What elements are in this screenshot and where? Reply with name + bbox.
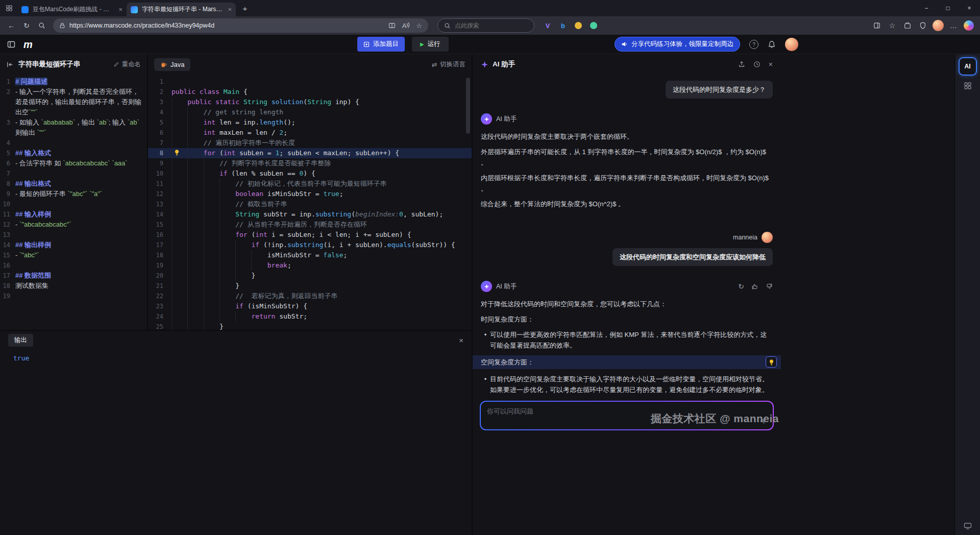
promo-banner[interactable]: 分享代码练习体验，领限量定制周边	[615, 37, 740, 52]
refresh-button[interactable]: ↻	[19, 18, 34, 33]
switch-language-button[interactable]: ⇄ 切换语言	[432, 60, 465, 69]
code-line: 16for (int i = subLen; i < len; i += sub…	[148, 230, 472, 240]
browser-essentials-icon[interactable]	[916, 18, 930, 33]
problem-line: 1# 问题描述	[0, 77, 147, 87]
suggestion-lightbulb-icon[interactable]	[766, 356, 777, 368]
sidebar-ai-button[interactable]: AI	[959, 57, 977, 76]
sidebar-apps-icon[interactable]	[964, 82, 972, 90]
assistant-paragraph: 对于降低这段代码的时间和空间复杂度，您可以考虑以下几点：	[481, 299, 773, 309]
line-number: 5	[0, 148, 15, 158]
code-line: 25}	[148, 322, 472, 330]
thumbs-down-icon[interactable]	[766, 283, 773, 290]
extension-yellow-icon[interactable]	[571, 18, 585, 33]
copilot-icon[interactable]	[962, 18, 976, 33]
tab-close-icon[interactable]: ×	[228, 6, 232, 13]
split-screen-icon[interactable]	[388, 22, 396, 29]
close-panel-icon[interactable]: ×	[769, 60, 773, 68]
collections-icon[interactable]	[900, 18, 915, 33]
problem-line: 7	[0, 168, 147, 179]
search-tool-icon[interactable]	[35, 18, 49, 33]
read-aloud-icon[interactable]: A	[402, 22, 410, 30]
history-icon[interactable]	[753, 61, 761, 68]
ai-input-box[interactable]	[480, 401, 774, 430]
code-line: 3public static String solution(String in…	[148, 97, 472, 107]
tab-favicon	[131, 6, 138, 13]
code-line: 6int maxLen = len / 2;	[148, 128, 472, 138]
line-number: 12	[148, 189, 172, 199]
problem-line: 9- 最短的循环子串 `"abc"` `"a"`	[0, 189, 147, 199]
close-button[interactable]: ×	[959, 0, 980, 16]
profile-avatar[interactable]	[931, 18, 945, 33]
favorite-star-icon[interactable]: ☆	[416, 22, 422, 30]
sidebar-screen-icon[interactable]	[964, 522, 972, 530]
maximize-button[interactable]: □	[937, 0, 959, 16]
add-problem-button[interactable]: 添加题目	[357, 37, 405, 52]
back-to-list-icon[interactable]	[6, 61, 14, 68]
assistant-body: 对于降低这段代码的时间和空间复杂度，您可以考虑以下几点：时间复杂度方面：•可以使…	[481, 299, 773, 399]
plus-grid-icon	[363, 41, 370, 47]
favorites-bar-icon[interactable]: ☆	[885, 18, 899, 33]
extension-bing-icon[interactable]: b	[556, 18, 570, 33]
sidebar-toggle-icon[interactable]	[870, 18, 884, 33]
run-button[interactable]: ▶ 运行	[412, 37, 449, 52]
problem-panel: 字符串最短循环子串 重命名 1# 问题描述2- 输入一个字符串，判断其是否完全循…	[0, 54, 148, 330]
output-tab[interactable]: 输出	[8, 334, 33, 347]
notification-bell-icon[interactable]	[768, 40, 776, 48]
problem-line: 4	[0, 138, 147, 148]
rename-button[interactable]: 重命名	[113, 60, 141, 69]
line-number: 3	[148, 97, 172, 107]
send-icon[interactable]	[758, 417, 767, 425]
output-close-icon[interactable]: ×	[459, 336, 463, 345]
export-chat-icon[interactable]	[738, 61, 745, 68]
extension-v-icon[interactable]: V	[541, 18, 555, 33]
code-text: }	[172, 322, 472, 330]
minimize-button[interactable]: −	[916, 0, 937, 16]
bullet-dot: •	[481, 329, 490, 351]
user-avatar[interactable]	[785, 38, 798, 51]
quickfix-lightbulb-icon[interactable]	[174, 149, 180, 157]
line-number: 10	[148, 168, 172, 179]
code-area[interactable]: 12public class Main {3public static Stri…	[148, 75, 472, 330]
address-bar[interactable]: https://www.marscode.cn/practice/ln433ne…	[53, 18, 428, 33]
thumbs-up-icon[interactable]	[751, 283, 758, 290]
ai-sparkle-icon	[481, 61, 488, 68]
browser-tab[interactable]: 字符串最短循环子串 - MarsCode×	[127, 3, 236, 16]
search-box[interactable]	[437, 18, 534, 33]
more-menu-icon[interactable]: …	[946, 18, 961, 33]
assistant-paragraph: 外层循环遍历子串的可能长度，从 1 到字符串长度的一半，时间复杂度为 $O(n/…	[481, 147, 773, 168]
code-line: 10if (len % subLen == 0) {	[148, 168, 472, 179]
line-number: 23	[148, 301, 172, 311]
user-message: 这段代码的时间复杂度是多少？	[481, 81, 773, 99]
search-input[interactable]	[455, 22, 512, 29]
browser-toolbar: ← ↻ https://www.marscode.cn/practice/ln4…	[0, 16, 980, 35]
help-icon[interactable]: ?	[749, 40, 758, 49]
code-text: for (int subLen = 1; subLen < maxLen; su…	[172, 148, 472, 158]
panel-toggle-icon[interactable]	[7, 40, 15, 48]
assistant-header: AI 助手	[481, 113, 773, 125]
assistant-name: AI 助手	[496, 282, 517, 291]
marscode-logo[interactable]: m	[23, 39, 32, 50]
site-info-lock-icon[interactable]	[59, 22, 65, 29]
new-tab-button[interactable]: +	[239, 2, 251, 14]
ai-input[interactable]	[481, 402, 773, 429]
tab-close-icon[interactable]: ×	[118, 6, 122, 13]
line-number: 9	[0, 189, 15, 199]
browser-tab[interactable]: 豆包MarsCode刷题挑战 - 沸点 -×	[17, 3, 127, 16]
code-text: boolean isMinSubStr = true;	[172, 189, 472, 199]
workspace-icon[interactable]	[3, 2, 15, 14]
line-content	[15, 291, 147, 301]
language-tab[interactable]: Java	[154, 58, 190, 71]
back-button[interactable]: ←	[4, 18, 18, 33]
regenerate-icon[interactable]: ↻	[738, 282, 744, 290]
line-content: # 问题描述	[15, 77, 147, 87]
extension-green-icon[interactable]	[586, 18, 601, 33]
line-number: 3	[0, 117, 15, 138]
problem-content[interactable]: 1# 问题描述2- 输入一个字符串，判断其是否完全循环，若是循环的，输出最短的循…	[0, 75, 147, 330]
code-line: 11// 初始化标记，代表当前子串可能为最短循环子串	[148, 179, 472, 189]
editor-scrollbar[interactable]	[466, 78, 470, 134]
line-number: 18	[148, 250, 172, 260]
code-line: 8for (int subLen = 1; subLen < maxLen; s…	[148, 148, 472, 158]
line-content: ## 输入格式	[15, 148, 147, 158]
line-content: - 最短的循环子串 `"abc"` `"a"`	[15, 189, 147, 199]
line-number: 7	[148, 138, 172, 148]
